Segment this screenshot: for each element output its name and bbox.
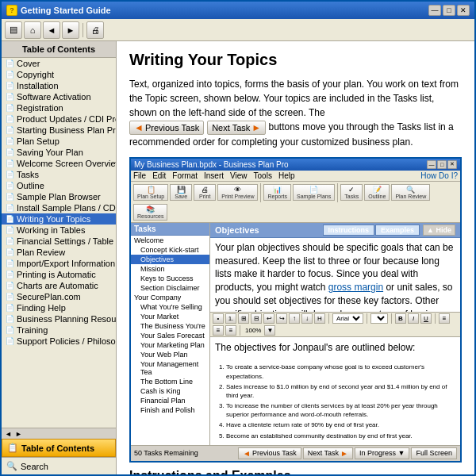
menu-format[interactable]: Format <box>172 171 198 180</box>
inner-tree-mgmt[interactable]: Your Management Tea <box>131 359 209 377</box>
in-progress-button[interactable]: In Progress ▼ <box>355 447 409 459</box>
sidebar-item-25[interactable]: 📄Support Policies / Philosoph <box>2 336 116 347</box>
indent-decrease-button[interactable]: ⊟ <box>251 313 262 324</box>
inner-minimize-button[interactable]: — <box>427 160 436 169</box>
inner-tree-business[interactable]: The Business You're <box>131 321 209 331</box>
plan-setup-button[interactable]: 📋Plan Setup <box>133 184 168 201</box>
italic-button[interactable]: I <box>408 313 419 324</box>
sidebar-item-9[interactable]: 📄Welcome Screen Overview <box>2 158 116 169</box>
sidebar-item-1[interactable]: 📄Copyright <box>2 69 116 80</box>
close-button[interactable]: ✕ <box>457 5 470 16</box>
examples-tab[interactable]: Examples <box>375 225 420 236</box>
how-do-i-link[interactable]: How Do I? <box>420 171 458 180</box>
inner-tree-cash[interactable]: Cash is King <box>131 386 209 396</box>
reports-button[interactable]: 📊Reports <box>263 184 291 201</box>
sidebar-item-11[interactable]: 📄Outline <box>2 180 116 191</box>
move-up-button[interactable]: ↑ <box>289 313 300 324</box>
inner-text-area[interactable]: The objectives for Jonpaul's are outline… <box>210 337 460 445</box>
sidebar-item-17[interactable]: 📄Plan Review <box>2 247 116 258</box>
sidebar-item-16[interactable]: 📄Financial Settings / Table W <box>2 236 116 247</box>
prev-task-button[interactable]: ◄ Previous Task <box>129 121 204 135</box>
inner-tree-bottom[interactable]: The Bottom Line <box>131 377 209 386</box>
inner-maximize-button[interactable]: □ <box>437 160 447 169</box>
align-right-button[interactable]: ≡ <box>225 325 236 336</box>
font-family-select[interactable]: Arial <box>332 313 363 324</box>
move-down-button[interactable]: ↓ <box>301 313 313 324</box>
bullet-list-button[interactable]: • <box>213 313 224 324</box>
inner-tree-kickstart[interactable]: Concept Kick-start <box>131 245 209 255</box>
home-button[interactable]: ⌂ <box>24 21 41 39</box>
inner-prev-task-button[interactable]: ◄ Previous Task <box>238 447 301 459</box>
inner-tree-objectives[interactable]: Objectives <box>131 255 209 264</box>
print-preview-button[interactable]: 👁Print Preview <box>217 184 258 201</box>
menu-insert[interactable]: Insert <box>204 171 224 180</box>
inner-tree-market[interactable]: Your Market <box>131 312 209 321</box>
sidebar-item-23[interactable]: 📄Business Planning Resource <box>2 313 116 324</box>
toc-icon-button[interactable]: ▤ <box>5 21 22 39</box>
underline-button[interactable]: U <box>420 313 432 324</box>
fullscreen-button[interactable]: Full Screen <box>411 447 457 459</box>
menu-tools[interactable]: Tools <box>254 171 272 180</box>
inner-tree-sales[interactable]: Your Sales Forecast <box>131 331 209 340</box>
sidebar-item-10[interactable]: 📄Tasks <box>2 169 116 180</box>
numbered-list-button[interactable]: 1. <box>225 313 236 324</box>
minimize-button[interactable]: — <box>428 5 441 16</box>
maximize-button[interactable]: □ <box>443 5 455 16</box>
sidebar-item-7[interactable]: 📄Plan Setup <box>2 136 116 147</box>
bold-button[interactable]: B <box>395 313 406 324</box>
redo-button[interactable]: ↪ <box>276 313 287 324</box>
outline-button[interactable]: 📝Outline <box>364 184 390 201</box>
sidebar-item-18[interactable]: 📄Import/Export Information <box>2 258 116 269</box>
inner-tree-marketing[interactable]: Your Marketing Plan <box>131 340 209 350</box>
inner-tree-welcome[interactable]: Welcome <box>131 236 209 245</box>
plan-review-button[interactable]: 🔍Plan Review <box>391 184 430 201</box>
inner-tree-financial[interactable]: Financial Plan <box>131 396 209 405</box>
menu-edit[interactable]: Edit <box>152 171 166 180</box>
align-center-button[interactable]: ≡ <box>213 325 224 336</box>
gross-margin-link[interactable]: gross margin <box>328 282 383 293</box>
inner-tree-disclaimer[interactable]: Section Disclaimer <box>131 283 209 293</box>
menu-help[interactable]: Help <box>278 171 295 180</box>
sidebar-item-21[interactable]: 📄SecurePlan.com <box>2 291 116 302</box>
save-button[interactable]: 💾Save <box>170 184 192 201</box>
menu-view[interactable]: View <box>230 171 248 180</box>
font-size-select[interactable]: 12 <box>370 313 388 324</box>
next-nav-button[interactable]: ► <box>62 21 79 39</box>
inner-tree-company[interactable]: Your Company <box>131 293 209 302</box>
tasks-button[interactable]: ✓Tasks <box>340 184 363 201</box>
next-task-button[interactable]: Next Task ► <box>207 121 266 135</box>
sidebar-item-0[interactable]: 📄Cover <box>2 58 116 69</box>
heading-button[interactable]: H <box>314 313 325 324</box>
inner-tree-web[interactable]: Your Web Plan <box>131 350 209 359</box>
sidebar-item-4[interactable]: 📄Registration <box>2 102 116 113</box>
inner-tree-selling[interactable]: What You're Selling <box>131 302 209 312</box>
search-button[interactable]: 🔍 Search <box>2 457 116 474</box>
sample-plans-button[interactable]: 📄Sample Plans <box>293 184 335 201</box>
zoom-dropdown-button[interactable]: ▼ <box>264 325 275 336</box>
sidebar-item-3[interactable]: 📄Software Activation <box>2 91 116 102</box>
indent-increase-button[interactable]: ⊞ <box>238 313 249 324</box>
sidebar-item-5[interactable]: 📄Product Updates / CDI Pro <box>2 113 116 125</box>
menu-file[interactable]: File <box>133 171 146 180</box>
scroll-right-button[interactable]: ► <box>15 430 22 438</box>
sidebar-item-6[interactable]: 📄Starting Business Plan Pro <box>2 125 116 136</box>
sidebar-item-20[interactable]: 📄Charts are Automatic <box>2 280 116 291</box>
inner-tree-mission[interactable]: Mission <box>131 264 209 274</box>
sidebar-item-15[interactable]: 📄Working in Tables <box>2 225 116 236</box>
sidebar-item-24[interactable]: 📄Training <box>2 324 116 336</box>
hide-button[interactable]: ▲ Hide <box>423 225 455 236</box>
sidebar-item-8[interactable]: 📄Saving Your Plan <box>2 147 116 158</box>
instructions-tab[interactable]: Instructions <box>323 225 375 236</box>
undo-button[interactable]: ↩ <box>263 313 274 324</box>
toc-button[interactable]: 📋 Table of Contents <box>2 439 116 457</box>
inner-close-button[interactable]: ✕ <box>447 160 457 169</box>
sidebar-item-13[interactable]: 📄Install Sample Plans / CD-R <box>2 202 116 213</box>
sidebar-item-2[interactable]: 📄Installation <box>2 80 116 91</box>
inner-tree-keys[interactable]: Keys to Success <box>131 274 209 283</box>
sidebar-item-12[interactable]: 📄Sample Plan Browser <box>2 191 116 202</box>
sidebar-item-19[interactable]: 📄Printing is Automatic <box>2 269 116 280</box>
sidebar-item-14[interactable]: 📄Writing Your Topics <box>2 213 116 225</box>
inner-tree-finish[interactable]: Finish and Polish <box>131 405 209 415</box>
inner-next-task-button[interactable]: Next Task ► <box>303 447 353 459</box>
align-left-button[interactable]: ≡ <box>439 313 450 324</box>
